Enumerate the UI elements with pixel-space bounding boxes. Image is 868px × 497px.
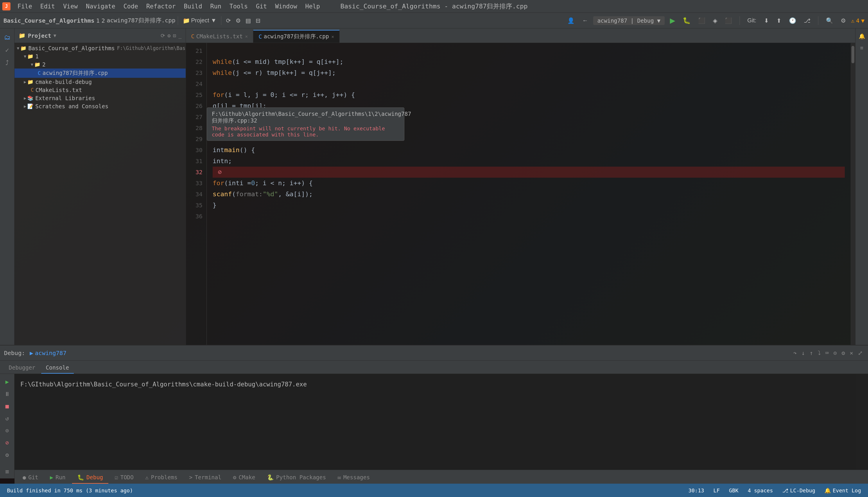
debug-settings[interactable]: ⚙ bbox=[840, 349, 846, 358]
debug-expand[interactable]: ⤢ bbox=[857, 349, 864, 358]
cmake-tab-icon: C bbox=[191, 33, 194, 40]
debug-btn[interactable]: 🐛 bbox=[680, 16, 693, 26]
tree-scratches[interactable]: ▶ 📝 Scratches and Consoles bbox=[15, 102, 186, 110]
debug-pause-btn[interactable]: ⏸ bbox=[2, 388, 13, 399]
sidebar-icon-project[interactable]: 🗂 bbox=[1, 31, 13, 43]
tab-git[interactable]: ● Git bbox=[17, 471, 44, 484]
tab-cpp[interactable]: C acwing787归并排序.cpp × bbox=[253, 30, 340, 43]
tab-messages[interactable]: ✉ Messages bbox=[332, 471, 375, 484]
debug-close[interactable]: × bbox=[849, 349, 854, 358]
status-charset[interactable]: GBK bbox=[727, 487, 741, 494]
menu-edit[interactable]: Edit bbox=[36, 2, 59, 11]
toolbar-collapse-btn[interactable]: ⊟ bbox=[253, 16, 263, 25]
search-btn[interactable]: 🔍 bbox=[824, 16, 836, 25]
debug-breakpoints-list[interactable]: ⊙ bbox=[2, 425, 13, 436]
debug-resume-btn[interactable]: ▶ bbox=[2, 376, 13, 387]
tree-cmake-lists[interactable]: C CMakeLists.txt bbox=[15, 86, 186, 94]
menu-run[interactable]: Run bbox=[206, 2, 225, 11]
status-lf[interactable]: LF bbox=[711, 487, 722, 494]
cmake-tab-close[interactable]: × bbox=[245, 34, 248, 39]
tree-folder-1[interactable]: ▼ 📁 1 bbox=[15, 52, 186, 60]
git-push-btn[interactable]: ⬆ bbox=[774, 16, 784, 25]
status-position[interactable]: 30:13 bbox=[686, 487, 706, 494]
tab-cmake[interactable]: C CMakeLists.txt × bbox=[186, 30, 253, 43]
debug-config-btn[interactable]: acwing787 | Debug ▼ bbox=[593, 16, 664, 25]
tree-folder-2[interactable]: ▼ 📁 2 bbox=[15, 60, 186, 69]
bottom-tabs-bar: ● Git ▶ Run 🐛 Debug ☑ TODO ⚠ Problems > … bbox=[15, 470, 868, 484]
menu-refactor[interactable]: Refactor bbox=[142, 2, 180, 11]
debug-console-content[interactable]: F:\GIthub\Algorithm\Basic_Course_of_Algo… bbox=[15, 374, 868, 470]
git-history-btn[interactable]: 🕐 bbox=[787, 16, 799, 25]
debug-session-label[interactable]: ▶ acwing787 bbox=[30, 350, 66, 356]
sidebar-icon-pull[interactable]: ⤴ bbox=[1, 57, 13, 69]
status-build-msg[interactable]: Build finished in 750 ms (3 minutes ago) bbox=[5, 487, 135, 494]
debug-run-cursor[interactable]: ⤵ bbox=[816, 349, 822, 358]
debug-step-over[interactable]: ↷ bbox=[792, 349, 798, 358]
debug-tab-debugger[interactable]: Debugger bbox=[4, 362, 40, 374]
menu-navigate[interactable]: Navigate bbox=[82, 2, 120, 11]
profile-btn[interactable]: 👤 bbox=[565, 16, 577, 25]
status-spaces[interactable]: 4 spaces bbox=[745, 487, 775, 494]
menu-help[interactable]: Help bbox=[301, 2, 324, 11]
tree-ext-libs[interactable]: ▶ 📚 External Libraries bbox=[15, 94, 186, 102]
debug-rerun-btn[interactable]: ↺ bbox=[2, 413, 13, 424]
tab-cmake[interactable]: ⚙ CMake bbox=[228, 471, 261, 484]
menu-bar: J File Edit View Navigate Code Refactor … bbox=[0, 0, 868, 13]
project-view-btn[interactable]: 📁 Project ▼ bbox=[180, 16, 219, 25]
cpp-tab-close[interactable]: × bbox=[331, 34, 334, 40]
scrollbar-thumb[interactable] bbox=[852, 46, 854, 63]
menu-git[interactable]: Git bbox=[252, 2, 271, 11]
git-label[interactable]: Git: bbox=[745, 16, 759, 25]
code-line-21 bbox=[213, 45, 845, 56]
stop-btn[interactable]: ⬛ bbox=[723, 16, 734, 25]
debug-mute-breakpoints[interactable]: ⊘ bbox=[2, 437, 13, 448]
debug-tab-console[interactable]: Console bbox=[41, 362, 74, 374]
panel-settings-icon[interactable]: ⚙ bbox=[167, 32, 170, 39]
tab-todo[interactable]: ☑ TODO bbox=[110, 471, 139, 484]
tab-debug[interactable]: 🐛 Debug bbox=[72, 471, 108, 484]
tab-run[interactable]: ▶ Run bbox=[45, 471, 71, 484]
debug-step-in[interactable]: ↓ bbox=[800, 349, 806, 358]
run-tab-label: Run bbox=[55, 474, 65, 481]
tree-cpp-file[interactable]: C acwing787归并排序.cpp bbox=[15, 69, 186, 78]
toolbar-settings-btn[interactable]: ⚙ bbox=[233, 16, 243, 25]
menu-code[interactable]: Code bbox=[120, 2, 142, 11]
debug-settings2[interactable]: ⚙ bbox=[2, 450, 13, 460]
git-update-btn[interactable]: ⬇ bbox=[762, 16, 771, 25]
menu-view[interactable]: View bbox=[59, 2, 82, 11]
tab-python[interactable]: 🐍 Python Packages bbox=[262, 471, 332, 484]
settings-btn[interactable]: ⚙ bbox=[838, 16, 848, 25]
status-branch[interactable]: ⎇ LC-Debug bbox=[780, 487, 818, 494]
tree-root[interactable]: ▼ 📁 Basic_Course_of_Algorithms F:\Github… bbox=[15, 44, 186, 52]
debug-eval[interactable]: ⌨ bbox=[824, 349, 830, 358]
status-event-log[interactable]: 🔔 Event Log bbox=[822, 487, 863, 494]
panel-sync-icon[interactable]: ⟳ bbox=[160, 32, 165, 39]
menu-window[interactable]: Window bbox=[271, 2, 301, 11]
back-btn[interactable]: ← bbox=[580, 16, 590, 25]
sidebar-icon-commit[interactable]: ✓ bbox=[1, 44, 13, 56]
debug-stop-btn[interactable]: ■ bbox=[2, 401, 13, 412]
tab-problems[interactable]: ⚠ Problems bbox=[140, 471, 183, 484]
warning-badge[interactable]: ⚠ 4 ▼ bbox=[851, 17, 865, 24]
debug-step-out[interactable]: ↑ bbox=[809, 349, 814, 358]
toolbar-layout-btn[interactable]: ▤ bbox=[243, 16, 253, 25]
menu-file[interactable]: File bbox=[13, 2, 36, 11]
toolbar-sync-btn[interactable]: ⟳ bbox=[224, 16, 233, 25]
tab-terminal[interactable]: > Terminal bbox=[184, 471, 227, 484]
coverage-btn[interactable]: ⬛ bbox=[696, 16, 708, 25]
right-icon-1[interactable]: 🔔 bbox=[857, 31, 867, 41]
debug-breakpoints[interactable]: ⊙ bbox=[832, 349, 838, 358]
panel-collapse-icon[interactable]: _ bbox=[178, 32, 182, 39]
cpp-tab-label: acwing787归并排序.cpp bbox=[264, 33, 329, 40]
menu-build[interactable]: Build bbox=[180, 2, 206, 11]
folder-icon: 📁 bbox=[18, 32, 26, 39]
code-line-33: for ( int i = 0 ; i < n; i++) { bbox=[213, 178, 845, 189]
run-btn[interactable]: ▶ bbox=[668, 15, 677, 26]
menu-tools[interactable]: Tools bbox=[225, 2, 252, 11]
git-branches-btn[interactable]: ⎇ bbox=[801, 16, 813, 25]
terminal-tab-label: Terminal bbox=[195, 474, 221, 481]
profile-run-btn[interactable]: ◈ bbox=[711, 16, 719, 25]
right-icon-2[interactable]: ≡ bbox=[857, 42, 867, 53]
tree-cmake-build[interactable]: ▶ 📁 cmake-build-debug bbox=[15, 78, 186, 86]
panel-layout-icon[interactable]: ⊡ bbox=[173, 32, 176, 39]
